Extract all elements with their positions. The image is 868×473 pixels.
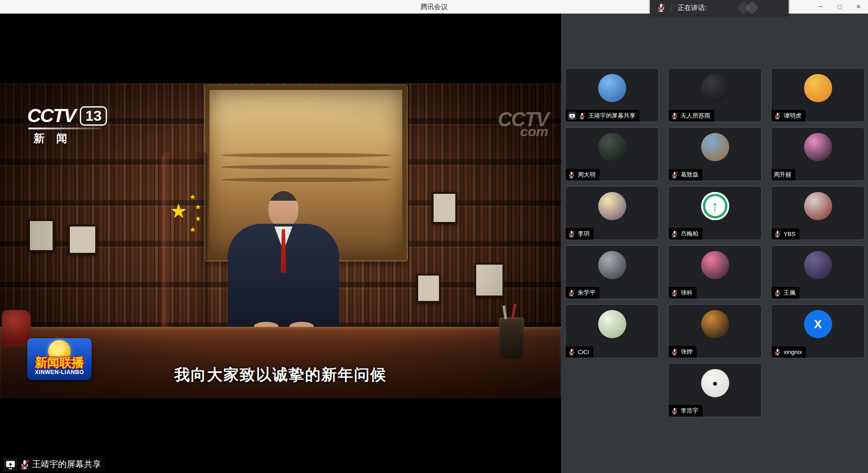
participant-tile[interactable]: Xxingnix bbox=[771, 304, 865, 358]
participant-tile[interactable]: 周升丽 bbox=[771, 127, 865, 181]
participant-name: xingnix bbox=[784, 349, 802, 355]
minimize-button[interactable]: − bbox=[811, 0, 830, 14]
participant-tile[interactable]: 周大明 bbox=[565, 127, 659, 181]
shared-screen-stage: ★ ★ ★ ★ ★ CCTV 13 bbox=[0, 14, 561, 473]
participant-label: 张科 bbox=[668, 287, 697, 299]
participant-label: YBS bbox=[771, 228, 800, 240]
muted-mic-icon bbox=[19, 459, 30, 470]
tencent-meeting-logo-icon bbox=[735, 2, 767, 14]
avatar bbox=[598, 251, 626, 279]
window-controls: − □ × bbox=[811, 0, 868, 14]
channel-number: 13 bbox=[80, 106, 107, 126]
participant-label: 谭明虎 bbox=[771, 110, 805, 122]
avatar bbox=[701, 74, 729, 102]
muted-mic-icon bbox=[774, 289, 781, 297]
participant-label: 周升丽 bbox=[771, 169, 795, 181]
participant-tile[interactable]: 无人所苏雨 bbox=[668, 68, 762, 122]
broadcast-subtitle: 我向大家致以诚挚的新年问候 bbox=[0, 365, 561, 385]
cctv13-channel-logo: CCTV 13 新闻 bbox=[27, 105, 107, 146]
speaking-label: 正在讲话: bbox=[678, 4, 707, 12]
participant-name: 朱学平 bbox=[578, 289, 595, 297]
participant-name: YBS bbox=[784, 231, 795, 237]
share-indicator-label: 王靖宇的屏幕共享 bbox=[32, 458, 101, 470]
screen-share-icon bbox=[568, 112, 576, 120]
muted-mic-icon bbox=[568, 348, 575, 356]
muted-mic-icon bbox=[671, 407, 678, 415]
participant-name: 周大明 bbox=[578, 171, 595, 179]
maximize-button[interactable]: □ bbox=[830, 0, 849, 14]
participant-name: CiCi bbox=[578, 349, 589, 355]
avatar: X bbox=[804, 310, 832, 338]
muted-mic-icon bbox=[568, 230, 575, 238]
muted-mic-icon bbox=[671, 171, 678, 179]
participant-tile[interactable]: 朱学平 bbox=[565, 245, 659, 299]
muted-mic-icon bbox=[656, 3, 666, 13]
participant-name: 张烨 bbox=[681, 348, 692, 356]
meeting-main-area: ★ ★ ★ ★ ★ CCTV 13 bbox=[0, 14, 868, 473]
muted-mic-icon bbox=[671, 230, 678, 238]
muted-mic-icon bbox=[578, 112, 586, 120]
muted-mic-icon bbox=[671, 348, 678, 356]
participant-name: 葛致磊 bbox=[681, 171, 698, 179]
avatar: ● bbox=[701, 369, 729, 397]
participant-tile[interactable]: CiCi bbox=[565, 304, 659, 358]
avatar bbox=[701, 310, 729, 338]
muted-mic-icon bbox=[568, 171, 575, 179]
participant-name: 李浩宇 bbox=[681, 407, 698, 415]
muted-mic-icon bbox=[774, 112, 781, 120]
avatar bbox=[804, 133, 832, 161]
participant-tile[interactable]: 张科 bbox=[668, 245, 762, 299]
participant-label: 李玥 bbox=[566, 228, 594, 240]
muted-mic-icon bbox=[774, 230, 781, 238]
close-button[interactable]: × bbox=[849, 0, 868, 14]
participant-name: 王佩 bbox=[784, 289, 795, 297]
participant-label: 无人所苏雨 bbox=[668, 110, 714, 122]
muted-mic-icon bbox=[774, 348, 781, 356]
participant-tile[interactable]: ●李浩宇 bbox=[668, 363, 762, 417]
avatar bbox=[804, 74, 832, 102]
shared-video-cctv-broadcast: ★ ★ ★ ★ ★ CCTV 13 bbox=[0, 83, 561, 398]
muted-mic-icon bbox=[671, 112, 678, 120]
participant-name: 周升丽 bbox=[774, 171, 791, 179]
participant-tile[interactable]: 谭明虎 bbox=[771, 68, 865, 122]
participant-label: 王佩 bbox=[771, 287, 800, 299]
muted-mic-icon bbox=[568, 289, 575, 297]
participant-label: 葛致磊 bbox=[668, 169, 702, 181]
screen-share-icon bbox=[4, 458, 17, 471]
channel-name: 新闻 bbox=[34, 131, 107, 146]
participant-name: 李玥 bbox=[578, 230, 590, 238]
cctv-wordmark: CCTV bbox=[27, 105, 75, 127]
avatar bbox=[598, 133, 626, 161]
avatar bbox=[701, 251, 729, 279]
screen-share-indicator: 王靖宇的屏幕共享 bbox=[4, 458, 105, 471]
participant-label: 王靖宇的屏幕共享 bbox=[566, 110, 639, 122]
participant-label: 周大明 bbox=[566, 169, 600, 181]
avatar bbox=[598, 192, 626, 220]
participant-tile[interactable]: YBS bbox=[771, 186, 865, 240]
avatar bbox=[598, 74, 626, 102]
participant-tile[interactable]: ↑吕梅柏 bbox=[668, 186, 762, 240]
participant-tile[interactable]: 王靖宇的屏幕共享 bbox=[565, 68, 659, 122]
participant-name: 谭明虎 bbox=[784, 112, 801, 120]
participant-name: 王靖宇的屏幕共享 bbox=[588, 112, 635, 120]
participant-grid: 王靖宇的屏幕共享无人所苏雨谭明虎周大明葛致磊周升丽李玥↑吕梅柏YBS朱学平张科王… bbox=[561, 14, 868, 473]
muted-mic-icon bbox=[671, 289, 678, 297]
participant-tile[interactable]: 李玥 bbox=[565, 186, 659, 240]
participant-tile[interactable]: 张烨 bbox=[668, 304, 762, 358]
avatar bbox=[598, 310, 626, 338]
speaking-indicator-bar[interactable]: 正在讲话: bbox=[650, 0, 789, 15]
cctv-com-watermark: CCTV com bbox=[497, 109, 548, 138]
participant-label: 张烨 bbox=[668, 346, 697, 358]
avatar bbox=[701, 133, 729, 161]
avatar: ↑ bbox=[701, 192, 729, 220]
participant-name: 张科 bbox=[681, 289, 692, 297]
participant-tile[interactable]: 王佩 bbox=[771, 245, 865, 299]
logo-underline bbox=[28, 128, 101, 129]
participant-tile[interactable]: 葛致磊 bbox=[668, 127, 762, 181]
participant-label: 李浩宇 bbox=[668, 405, 702, 417]
participant-label: xingnix bbox=[771, 346, 806, 358]
avatar bbox=[804, 192, 832, 220]
avatar bbox=[804, 251, 832, 279]
participant-name: 无人所苏雨 bbox=[681, 112, 710, 120]
participant-name: 吕梅柏 bbox=[681, 230, 698, 238]
